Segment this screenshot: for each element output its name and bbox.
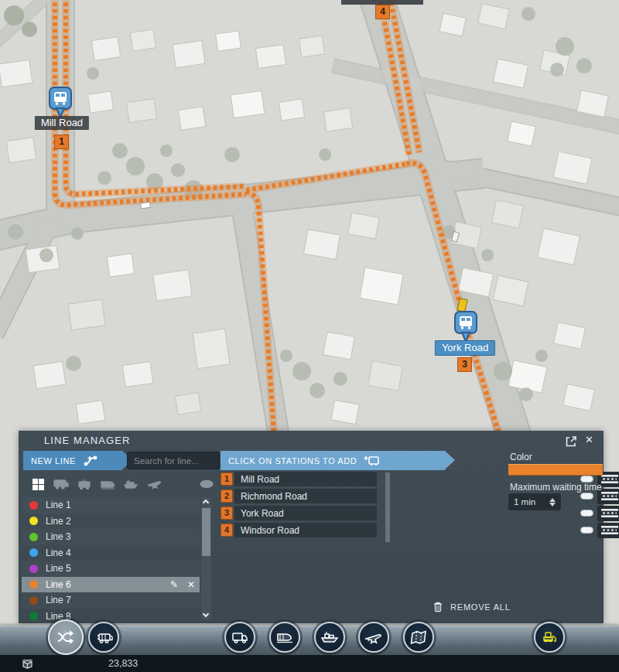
- max-waiting-time-label: Maximum waiting time: [510, 482, 602, 493]
- panel-title: LINE MANAGER: [44, 435, 130, 446]
- station-order-badge: 1: [54, 135, 69, 149]
- station-slider-handle[interactable]: [580, 493, 593, 500]
- scroll-up-icon[interactable]: [201, 497, 211, 507]
- station-slider-handle[interactable]: [580, 527, 593, 534]
- line-list-item[interactable]: Line 5: [22, 561, 200, 577]
- line-name: Line 1: [46, 500, 71, 510]
- station-row[interactable]: 1 Mill Road 1: [221, 471, 499, 488]
- station-map-label-selected[interactable]: York Road: [435, 340, 495, 356]
- edit-pencil-icon[interactable]: ✎: [170, 579, 178, 590]
- tram-icon[interactable]: [73, 479, 96, 490]
- line-color-dot: [29, 533, 38, 541]
- line-list-item[interactable]: Line 7: [22, 592, 200, 609]
- remove-all-button[interactable]: REMOVE ALL: [433, 602, 511, 612]
- popout-icon[interactable]: [565, 435, 577, 448]
- bus-depot-icon: [94, 630, 113, 644]
- train-depot-icon: [275, 630, 294, 644]
- line-color-dot: [29, 501, 38, 510]
- bulldozer-button[interactable]: [534, 622, 565, 653]
- eye-icon[interactable]: [195, 479, 218, 489]
- line-color-dot: [29, 580, 38, 588]
- ship-depot-icon: [320, 630, 339, 644]
- line-color-dot: [29, 548, 38, 557]
- station-options: 1: [597, 523, 619, 538]
- station-number-badge: 1: [221, 472, 233, 486]
- remove-all-label: REMOVE ALL: [450, 602, 511, 612]
- money-amount: 23,833: [108, 658, 138, 669]
- platform-icon[interactable]: [601, 508, 618, 518]
- platform-icon[interactable]: [601, 525, 618, 535]
- search-input[interactable]: [127, 452, 220, 469]
- stations-hint-banner: CLICK ON STATIONS TO ADD: [221, 451, 445, 470]
- line-name: Line 5: [46, 563, 71, 574]
- scrollbar-thumb[interactable]: [202, 508, 210, 556]
- route-plus-icon: [83, 455, 100, 467]
- line-list: Line 1 Line 2 Line 3 Line 4 Line 5 Line …: [22, 497, 200, 624]
- plane-icon[interactable]: [142, 479, 166, 490]
- planes-button[interactable]: [358, 622, 389, 653]
- scroll-down-icon[interactable]: [201, 610, 211, 619]
- ships-button[interactable]: [314, 622, 345, 653]
- station-order-badge: 4: [375, 5, 390, 19]
- line-name: Line 6: [46, 579, 71, 590]
- station-name: Richmond Road: [241, 491, 307, 502]
- platform-icon[interactable]: [601, 491, 618, 501]
- line-list-item[interactable]: Line 2: [22, 513, 200, 530]
- line-manager-panel: LINE MANAGER ✕ NEW LINE: [19, 431, 604, 623]
- road-vehicles-button[interactable]: [88, 622, 119, 653]
- station-number-badge: 2: [221, 490, 233, 503]
- station-row[interactable]: 3 York Road 1: [221, 505, 499, 522]
- truck-depot-icon: [231, 630, 249, 644]
- cargo-box-icon: [22, 658, 33, 669]
- status-bar: 23,833: [0, 655, 619, 672]
- station-number-badge: 3: [221, 507, 233, 520]
- trash-icon: [433, 602, 443, 612]
- line-list-item[interactable]: Line 3: [22, 529, 200, 545]
- waiting-time-stepper[interactable]: 1 min: [508, 493, 561, 510]
- all-grid-icon[interactable]: [26, 479, 50, 490]
- station-slider-handle[interactable]: [580, 510, 593, 517]
- line-name: Line 4: [46, 547, 71, 558]
- line-list-item[interactable]: Line 8: [22, 609, 200, 625]
- line-color-dot: [29, 596, 38, 605]
- new-line-button[interactable]: NEW LINE: [23, 451, 122, 470]
- trucks-button[interactable]: [224, 622, 255, 653]
- line-list-item[interactable]: Line 4: [22, 545, 200, 561]
- line-list-item-selected[interactable]: Line 6 ✎ ✕: [22, 577, 200, 593]
- bulldozer-icon: [540, 629, 559, 645]
- plane-depot-icon: [364, 630, 383, 644]
- close-icon[interactable]: ✕: [585, 434, 593, 445]
- waiting-time-value: 1 min: [514, 497, 549, 507]
- add-station-icon: [363, 455, 380, 467]
- line-list-item[interactable]: Line 1: [22, 497, 200, 513]
- line-list-scrollbar[interactable]: [201, 497, 211, 619]
- line-name: Line 3: [46, 531, 71, 542]
- new-line-label: NEW LINE: [31, 456, 76, 466]
- terrain-map-button[interactable]: [403, 622, 434, 653]
- line-color-dot: [29, 517, 38, 525]
- line-color-swatch[interactable]: [508, 464, 603, 476]
- line-color-dot: [29, 612, 38, 620]
- station-order-badge: 3: [457, 357, 472, 372]
- trains-button[interactable]: [269, 622, 300, 653]
- line-color-dot: [29, 565, 38, 573]
- stepper-arrows-icon[interactable]: [549, 498, 556, 507]
- train-icon[interactable]: [96, 479, 119, 490]
- stations-hint-label: CLICK ON STATIONS TO ADD: [228, 456, 357, 466]
- line-name: Line 7: [46, 595, 71, 605]
- station-row[interactable]: 4 Windsor Road 1: [221, 522, 499, 539]
- terrain-map-icon: [410, 629, 427, 645]
- bus-icon[interactable]: [50, 479, 73, 490]
- station-map-label[interactable]: Mill Road: [35, 116, 89, 130]
- station-row[interactable]: 2 Richmond Road 2: [221, 488, 499, 505]
- station-rows: 1 Mill Road 1: [221, 471, 499, 539]
- station-options: 1: [597, 506, 619, 521]
- lines-tool-button[interactable]: [48, 619, 84, 655]
- vehicle-filter-bar: [26, 475, 220, 493]
- delete-line-icon[interactable]: ✕: [187, 579, 195, 590]
- station-number-badge: 4: [221, 524, 233, 537]
- ship-icon[interactable]: [119, 479, 142, 490]
- platform-icon[interactable]: [601, 474, 618, 484]
- lines-shuffle-icon: [56, 629, 75, 645]
- station-name: York Road: [241, 508, 284, 519]
